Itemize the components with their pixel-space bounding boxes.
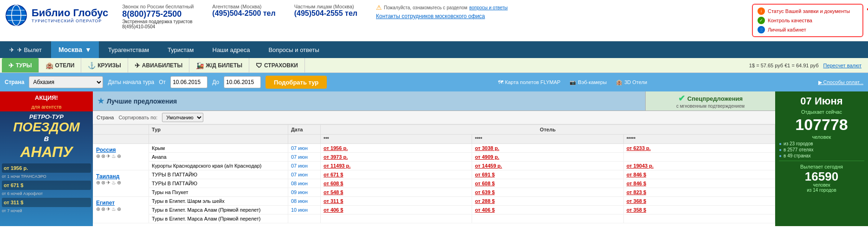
tour-icon[interactable]: ✈: [106, 206, 110, 212]
tour-icon[interactable]: ⊕: [117, 180, 121, 186]
price-4star[interactable]: от 14459 р.: [475, 163, 502, 169]
tour-icon[interactable]: ⊗: [101, 153, 105, 159]
check-icon: ✔: [678, 93, 685, 104]
price-3star-cell: от 11493 р.: [321, 162, 472, 170]
tab-train[interactable]: 🚂 Ж/Д БИЛЕТЫ: [189, 58, 249, 72]
resting-unit: человек: [775, 133, 868, 141]
price-5star-cell: [623, 153, 775, 162]
nav-city-chevron: ▼: [85, 46, 91, 53]
tab-hotels[interactable]: 🏨 ОТЕЛИ: [39, 58, 82, 72]
price-5star[interactable]: от 846 $: [627, 181, 646, 186]
price-5star[interactable]: от 846 $: [627, 172, 646, 177]
promo-price1: от 1956 р.: [2, 163, 91, 173]
price-5star[interactable]: от 368 $: [627, 198, 646, 204]
promo-price3: от 311 $: [2, 198, 91, 207]
price-3star[interactable]: от 406 $: [324, 207, 343, 213]
tour-date[interactable]: 07 июн: [291, 154, 308, 160]
tour-icon[interactable]: ⊕: [117, 153, 121, 159]
tour-date[interactable]: 07 июн: [291, 172, 308, 177]
tour-date-cell: 09 июн: [288, 188, 321, 197]
price-5star[interactable]: от 19043 р.: [627, 163, 654, 169]
nav-flight-label: ✈ Вылет: [17, 46, 42, 53]
country-link[interactable]: Египет: [96, 200, 115, 206]
promo-big2: ПОЕЗДОМ: [13, 121, 80, 134]
tab-insurance[interactable]: 🛡 СТРАХОВКИ: [249, 58, 305, 72]
nav-agencies[interactable]: Турагентствам: [99, 41, 158, 58]
price-4star-cell: от 3038 р.: [472, 144, 623, 153]
phone-agents[interactable]: (495)504-2500 тел: [212, 9, 275, 18]
price-4star[interactable]: от 608 $: [475, 181, 494, 186]
nav-addresses[interactable]: Наши адреса: [203, 41, 259, 58]
cabinet-link[interactable]: 👤 Личный кабинет: [758, 26, 858, 33]
price-4star-cell: от 4909 р.: [472, 153, 623, 162]
price-3star[interactable]: от 311 $: [324, 198, 343, 204]
tab-tours[interactable]: ✈ ТУРЫ: [2, 58, 39, 72]
tour-icon[interactable]: ♨: [111, 153, 116, 159]
price-3star[interactable]: от 608 $: [324, 181, 343, 186]
tour-icon[interactable]: ⊕: [96, 180, 100, 186]
webcam-link[interactable]: 📷 Вэб-камеры: [570, 79, 607, 85]
tour-date[interactable]: 09 июн: [291, 189, 308, 195]
tour-icon[interactable]: ⊗: [101, 206, 105, 212]
status-link[interactable]: i Статус Вашей заявки и документы: [758, 7, 858, 15]
search-button[interactable]: Подобрать тур: [266, 76, 327, 89]
tour-date-cell: 07 июн: [288, 162, 321, 170]
phone-private[interactable]: (495)504-2555 тел: [294, 9, 357, 18]
ways-to-pay-link[interactable]: ▶ Способы оплат...: [818, 79, 863, 85]
price-5star-cell: от 846 $: [623, 179, 775, 188]
tour-date[interactable]: 10 июн: [291, 207, 308, 213]
center-header-row: ★ Лучшие предложения ✔ Спецпредложения с…: [93, 91, 775, 111]
tab-cruises[interactable]: ⚓ КРУИЗЫ: [81, 58, 128, 72]
date-from-input[interactable]: [170, 76, 207, 88]
price-3star[interactable]: от 3973 р.: [324, 154, 348, 160]
contacts-office-link[interactable]: Контакты сотрудников московского офиса: [376, 13, 485, 20]
country-link[interactable]: Таиланд: [96, 173, 119, 180]
3d-hotels-link[interactable]: 🏨 3D Отели: [616, 79, 647, 85]
price-3star[interactable]: от 671 $: [324, 172, 343, 177]
tour-icon[interactable]: ⊕: [117, 206, 121, 212]
tour-date[interactable]: 07 июн: [291, 145, 308, 151]
nav-flight[interactable]: ✈ ✈ Вылет: [0, 41, 51, 58]
tour-date[interactable]: 07 июн: [291, 163, 308, 169]
quality-link[interactable]: ✓ Контроль качества: [758, 17, 858, 24]
date-to-input[interactable]: [224, 76, 261, 88]
country-select[interactable]: Абхазия: [29, 76, 103, 88]
phone-russia-sub2[interactable]: 8(495)410-0504: [122, 24, 194, 29]
price-3star[interactable]: от 548 $: [324, 189, 343, 195]
tour-icon[interactable]: ✈: [106, 153, 110, 159]
tour-name-cell: ТУРЫ В ПАТТАЙЮ: [149, 179, 288, 188]
price-3star[interactable]: от 1956 р.: [324, 145, 348, 151]
price-3star[interactable]: от 11493 р.: [324, 163, 350, 169]
tour-icon[interactable]: ⊕: [96, 206, 100, 212]
tour-icon[interactable]: ♨: [111, 206, 116, 212]
sort-label: Сортировать по:: [118, 115, 157, 120]
country-link[interactable]: Россия: [96, 147, 116, 153]
nav-city-selector[interactable]: Москва ▼: [51, 41, 99, 58]
tour-icon[interactable]: ♨: [111, 180, 116, 186]
price-4star[interactable]: от 288 $: [475, 198, 494, 204]
price-4star[interactable]: от 691 $: [475, 172, 494, 177]
flymap-link[interactable]: 🗺 Карта полетов FLYMAP: [498, 79, 561, 85]
phone-russia[interactable]: 8(800)775-2500: [122, 9, 194, 19]
sort-select[interactable]: Умолчанию: [162, 113, 203, 122]
special-header-col: ✔ Спецпредложения с мгновенным подтвержд…: [645, 91, 775, 110]
price-5star[interactable]: от 358 $: [627, 207, 646, 213]
price-4star[interactable]: от 4909 р.: [475, 154, 499, 160]
price-5star[interactable]: от 6233 р.: [627, 145, 651, 151]
price-5star[interactable]: от 823 $: [627, 189, 646, 195]
price-4star[interactable]: от 406 $: [475, 207, 494, 213]
tour-icon[interactable]: ✈: [106, 180, 110, 186]
nav-tourists[interactable]: Туристам: [158, 41, 203, 58]
tour-date[interactable]: 08 июн: [291, 198, 308, 204]
tour-icon[interactable]: ⊗: [101, 180, 105, 186]
nav-faq[interactable]: Вопросы и ответы: [259, 41, 328, 58]
warning-link[interactable]: вопросы и ответы: [469, 5, 508, 10]
tour-date[interactable]: 08 июн: [291, 181, 308, 186]
tab-flights[interactable]: ✈ АВИАБИЛЕТЫ: [128, 58, 189, 72]
table-scroll-area[interactable]: Тур Дата Отель *** **** ***** Россия⊕⊗✈♨…: [93, 124, 775, 226]
price-4star[interactable]: от 639 $: [475, 189, 494, 195]
tour-icon[interactable]: ⊕: [96, 153, 100, 159]
promo-price1-sub: от 1 ночи ТРАНСАЭРО: [2, 174, 91, 179]
price-4star[interactable]: от 3038 р.: [475, 145, 499, 151]
rates-link[interactable]: Пересчет валют: [823, 63, 862, 68]
